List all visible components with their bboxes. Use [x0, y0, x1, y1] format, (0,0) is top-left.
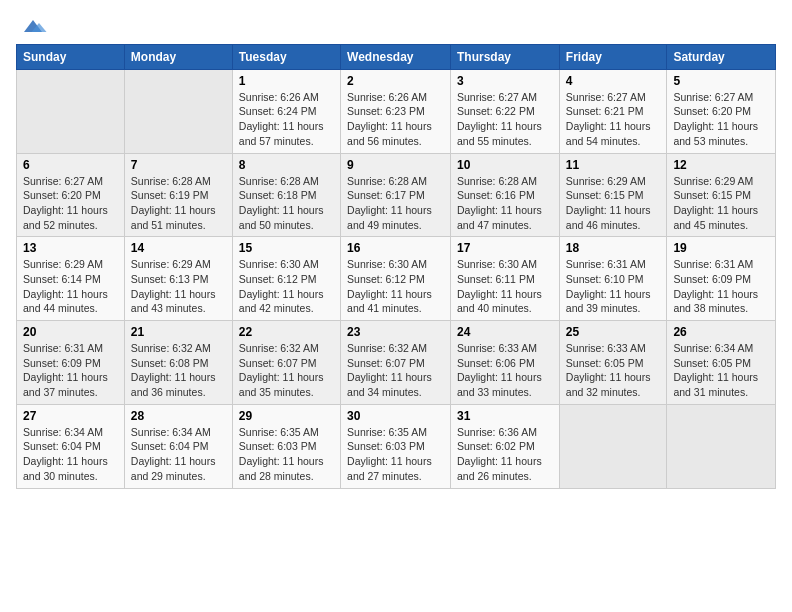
day-number: 3	[457, 74, 553, 88]
calendar-cell: 21Sunrise: 6:32 AM Sunset: 6:08 PM Dayli…	[124, 321, 232, 405]
day-number: 14	[131, 241, 226, 255]
calendar-cell	[559, 404, 667, 488]
day-number: 6	[23, 158, 118, 172]
calendar-cell: 5Sunrise: 6:27 AM Sunset: 6:20 PM Daylig…	[667, 69, 776, 153]
day-info: Sunrise: 6:34 AM Sunset: 6:04 PM Dayligh…	[23, 425, 118, 484]
weekday-header: Saturday	[667, 44, 776, 69]
day-info: Sunrise: 6:33 AM Sunset: 6:05 PM Dayligh…	[566, 341, 661, 400]
calendar-cell: 24Sunrise: 6:33 AM Sunset: 6:06 PM Dayli…	[451, 321, 560, 405]
day-number: 27	[23, 409, 118, 423]
weekday-header: Thursday	[451, 44, 560, 69]
weekday-header: Monday	[124, 44, 232, 69]
weekday-header: Wednesday	[341, 44, 451, 69]
day-info: Sunrise: 6:33 AM Sunset: 6:06 PM Dayligh…	[457, 341, 553, 400]
day-number: 21	[131, 325, 226, 339]
day-info: Sunrise: 6:26 AM Sunset: 6:24 PM Dayligh…	[239, 90, 334, 149]
calendar-week-row: 1Sunrise: 6:26 AM Sunset: 6:24 PM Daylig…	[17, 69, 776, 153]
calendar-cell: 19Sunrise: 6:31 AM Sunset: 6:09 PM Dayli…	[667, 237, 776, 321]
day-info: Sunrise: 6:31 AM Sunset: 6:09 PM Dayligh…	[673, 257, 769, 316]
calendar-cell: 11Sunrise: 6:29 AM Sunset: 6:15 PM Dayli…	[559, 153, 667, 237]
day-info: Sunrise: 6:27 AM Sunset: 6:21 PM Dayligh…	[566, 90, 661, 149]
day-number: 31	[457, 409, 553, 423]
weekday-header: Tuesday	[232, 44, 340, 69]
calendar-cell: 15Sunrise: 6:30 AM Sunset: 6:12 PM Dayli…	[232, 237, 340, 321]
calendar-week-row: 27Sunrise: 6:34 AM Sunset: 6:04 PM Dayli…	[17, 404, 776, 488]
calendar-cell: 6Sunrise: 6:27 AM Sunset: 6:20 PM Daylig…	[17, 153, 125, 237]
day-info: Sunrise: 6:36 AM Sunset: 6:02 PM Dayligh…	[457, 425, 553, 484]
day-info: Sunrise: 6:27 AM Sunset: 6:22 PM Dayligh…	[457, 90, 553, 149]
calendar-cell: 25Sunrise: 6:33 AM Sunset: 6:05 PM Dayli…	[559, 321, 667, 405]
calendar-cell: 13Sunrise: 6:29 AM Sunset: 6:14 PM Dayli…	[17, 237, 125, 321]
calendar-week-row: 6Sunrise: 6:27 AM Sunset: 6:20 PM Daylig…	[17, 153, 776, 237]
day-info: Sunrise: 6:35 AM Sunset: 6:03 PM Dayligh…	[347, 425, 444, 484]
day-info: Sunrise: 6:30 AM Sunset: 6:12 PM Dayligh…	[347, 257, 444, 316]
day-info: Sunrise: 6:28 AM Sunset: 6:19 PM Dayligh…	[131, 174, 226, 233]
day-number: 15	[239, 241, 334, 255]
day-number: 4	[566, 74, 661, 88]
day-info: Sunrise: 6:31 AM Sunset: 6:10 PM Dayligh…	[566, 257, 661, 316]
day-number: 7	[131, 158, 226, 172]
calendar-cell: 8Sunrise: 6:28 AM Sunset: 6:18 PM Daylig…	[232, 153, 340, 237]
day-number: 2	[347, 74, 444, 88]
day-number: 19	[673, 241, 769, 255]
day-info: Sunrise: 6:28 AM Sunset: 6:16 PM Dayligh…	[457, 174, 553, 233]
day-number: 29	[239, 409, 334, 423]
day-info: Sunrise: 6:32 AM Sunset: 6:08 PM Dayligh…	[131, 341, 226, 400]
day-number: 10	[457, 158, 553, 172]
logo-icon	[18, 17, 48, 35]
day-info: Sunrise: 6:35 AM Sunset: 6:03 PM Dayligh…	[239, 425, 334, 484]
calendar-cell: 23Sunrise: 6:32 AM Sunset: 6:07 PM Dayli…	[341, 321, 451, 405]
calendar-table: SundayMondayTuesdayWednesdayThursdayFrid…	[16, 44, 776, 489]
day-info: Sunrise: 6:32 AM Sunset: 6:07 PM Dayligh…	[347, 341, 444, 400]
calendar-cell: 1Sunrise: 6:26 AM Sunset: 6:24 PM Daylig…	[232, 69, 340, 153]
day-info: Sunrise: 6:31 AM Sunset: 6:09 PM Dayligh…	[23, 341, 118, 400]
calendar-cell: 22Sunrise: 6:32 AM Sunset: 6:07 PM Dayli…	[232, 321, 340, 405]
weekday-header: Friday	[559, 44, 667, 69]
logo	[16, 16, 48, 36]
day-info: Sunrise: 6:28 AM Sunset: 6:17 PM Dayligh…	[347, 174, 444, 233]
day-number: 30	[347, 409, 444, 423]
calendar-cell: 29Sunrise: 6:35 AM Sunset: 6:03 PM Dayli…	[232, 404, 340, 488]
day-number: 23	[347, 325, 444, 339]
calendar-cell: 4Sunrise: 6:27 AM Sunset: 6:21 PM Daylig…	[559, 69, 667, 153]
calendar-cell: 30Sunrise: 6:35 AM Sunset: 6:03 PM Dayli…	[341, 404, 451, 488]
calendar-cell	[124, 69, 232, 153]
calendar-cell: 17Sunrise: 6:30 AM Sunset: 6:11 PM Dayli…	[451, 237, 560, 321]
day-info: Sunrise: 6:27 AM Sunset: 6:20 PM Dayligh…	[23, 174, 118, 233]
calendar-cell	[17, 69, 125, 153]
calendar-cell: 7Sunrise: 6:28 AM Sunset: 6:19 PM Daylig…	[124, 153, 232, 237]
day-info: Sunrise: 6:26 AM Sunset: 6:23 PM Dayligh…	[347, 90, 444, 149]
day-number: 20	[23, 325, 118, 339]
day-number: 11	[566, 158, 661, 172]
calendar-week-row: 20Sunrise: 6:31 AM Sunset: 6:09 PM Dayli…	[17, 321, 776, 405]
day-number: 22	[239, 325, 334, 339]
calendar-cell: 31Sunrise: 6:36 AM Sunset: 6:02 PM Dayli…	[451, 404, 560, 488]
weekday-header: Sunday	[17, 44, 125, 69]
calendar-cell: 9Sunrise: 6:28 AM Sunset: 6:17 PM Daylig…	[341, 153, 451, 237]
day-number: 13	[23, 241, 118, 255]
day-number: 17	[457, 241, 553, 255]
day-number: 18	[566, 241, 661, 255]
page-header	[16, 16, 776, 36]
day-info: Sunrise: 6:29 AM Sunset: 6:13 PM Dayligh…	[131, 257, 226, 316]
day-number: 12	[673, 158, 769, 172]
day-info: Sunrise: 6:29 AM Sunset: 6:14 PM Dayligh…	[23, 257, 118, 316]
day-info: Sunrise: 6:34 AM Sunset: 6:04 PM Dayligh…	[131, 425, 226, 484]
calendar-cell: 27Sunrise: 6:34 AM Sunset: 6:04 PM Dayli…	[17, 404, 125, 488]
calendar-week-row: 13Sunrise: 6:29 AM Sunset: 6:14 PM Dayli…	[17, 237, 776, 321]
calendar-cell: 20Sunrise: 6:31 AM Sunset: 6:09 PM Dayli…	[17, 321, 125, 405]
calendar-cell: 14Sunrise: 6:29 AM Sunset: 6:13 PM Dayli…	[124, 237, 232, 321]
calendar-cell: 3Sunrise: 6:27 AM Sunset: 6:22 PM Daylig…	[451, 69, 560, 153]
calendar-cell: 2Sunrise: 6:26 AM Sunset: 6:23 PM Daylig…	[341, 69, 451, 153]
day-info: Sunrise: 6:30 AM Sunset: 6:11 PM Dayligh…	[457, 257, 553, 316]
day-info: Sunrise: 6:29 AM Sunset: 6:15 PM Dayligh…	[673, 174, 769, 233]
day-info: Sunrise: 6:29 AM Sunset: 6:15 PM Dayligh…	[566, 174, 661, 233]
day-number: 9	[347, 158, 444, 172]
day-info: Sunrise: 6:32 AM Sunset: 6:07 PM Dayligh…	[239, 341, 334, 400]
day-info: Sunrise: 6:27 AM Sunset: 6:20 PM Dayligh…	[673, 90, 769, 149]
calendar-cell	[667, 404, 776, 488]
day-info: Sunrise: 6:30 AM Sunset: 6:12 PM Dayligh…	[239, 257, 334, 316]
day-number: 24	[457, 325, 553, 339]
calendar-cell: 10Sunrise: 6:28 AM Sunset: 6:16 PM Dayli…	[451, 153, 560, 237]
day-number: 26	[673, 325, 769, 339]
